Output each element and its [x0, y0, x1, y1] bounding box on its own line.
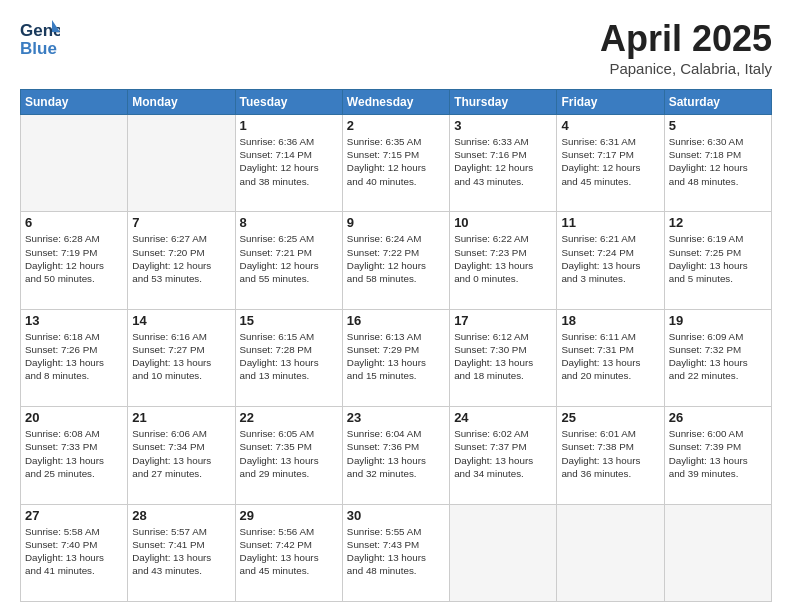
weekday-header-monday: Monday: [128, 90, 235, 115]
day-number: 4: [561, 118, 659, 133]
calendar-cell: 19Sunrise: 6:09 AM Sunset: 7:32 PM Dayli…: [664, 309, 771, 406]
weekday-header-wednesday: Wednesday: [342, 90, 449, 115]
day-info: Sunrise: 5:58 AM Sunset: 7:40 PM Dayligh…: [25, 525, 123, 578]
day-number: 24: [454, 410, 552, 425]
day-number: 28: [132, 508, 230, 523]
calendar-cell: 15Sunrise: 6:15 AM Sunset: 7:28 PM Dayli…: [235, 309, 342, 406]
day-number: 15: [240, 313, 338, 328]
day-number: 10: [454, 215, 552, 230]
calendar-cell: 23Sunrise: 6:04 AM Sunset: 7:36 PM Dayli…: [342, 407, 449, 504]
calendar-cell: 4Sunrise: 6:31 AM Sunset: 7:17 PM Daylig…: [557, 115, 664, 212]
week-row-4: 27Sunrise: 5:58 AM Sunset: 7:40 PM Dayli…: [21, 504, 772, 601]
day-info: Sunrise: 6:01 AM Sunset: 7:38 PM Dayligh…: [561, 427, 659, 480]
day-info: Sunrise: 6:04 AM Sunset: 7:36 PM Dayligh…: [347, 427, 445, 480]
day-info: Sunrise: 6:27 AM Sunset: 7:20 PM Dayligh…: [132, 232, 230, 285]
calendar-cell: 26Sunrise: 6:00 AM Sunset: 7:39 PM Dayli…: [664, 407, 771, 504]
day-info: Sunrise: 6:05 AM Sunset: 7:35 PM Dayligh…: [240, 427, 338, 480]
logo: General Blue: [20, 18, 60, 62]
calendar-cell: 29Sunrise: 5:56 AM Sunset: 7:42 PM Dayli…: [235, 504, 342, 601]
day-number: 2: [347, 118, 445, 133]
calendar-cell: 27Sunrise: 5:58 AM Sunset: 7:40 PM Dayli…: [21, 504, 128, 601]
day-number: 30: [347, 508, 445, 523]
calendar-cell: 18Sunrise: 6:11 AM Sunset: 7:31 PM Dayli…: [557, 309, 664, 406]
weekday-header-row: SundayMondayTuesdayWednesdayThursdayFrid…: [21, 90, 772, 115]
calendar-cell: 5Sunrise: 6:30 AM Sunset: 7:18 PM Daylig…: [664, 115, 771, 212]
calendar-cell: 8Sunrise: 6:25 AM Sunset: 7:21 PM Daylig…: [235, 212, 342, 309]
calendar-cell: 6Sunrise: 6:28 AM Sunset: 7:19 PM Daylig…: [21, 212, 128, 309]
title-block: April 2025 Papanice, Calabria, Italy: [600, 18, 772, 77]
day-info: Sunrise: 6:22 AM Sunset: 7:23 PM Dayligh…: [454, 232, 552, 285]
day-number: 16: [347, 313, 445, 328]
day-number: 13: [25, 313, 123, 328]
day-info: Sunrise: 6:06 AM Sunset: 7:34 PM Dayligh…: [132, 427, 230, 480]
calendar-cell: 21Sunrise: 6:06 AM Sunset: 7:34 PM Dayli…: [128, 407, 235, 504]
day-info: Sunrise: 6:30 AM Sunset: 7:18 PM Dayligh…: [669, 135, 767, 188]
calendar-cell: 10Sunrise: 6:22 AM Sunset: 7:23 PM Dayli…: [450, 212, 557, 309]
day-info: Sunrise: 5:56 AM Sunset: 7:42 PM Dayligh…: [240, 525, 338, 578]
day-info: Sunrise: 6:16 AM Sunset: 7:27 PM Dayligh…: [132, 330, 230, 383]
calendar-cell: 3Sunrise: 6:33 AM Sunset: 7:16 PM Daylig…: [450, 115, 557, 212]
day-info: Sunrise: 6:24 AM Sunset: 7:22 PM Dayligh…: [347, 232, 445, 285]
weekday-header-saturday: Saturday: [664, 90, 771, 115]
calendar-table: SundayMondayTuesdayWednesdayThursdayFrid…: [20, 89, 772, 602]
calendar-cell: 13Sunrise: 6:18 AM Sunset: 7:26 PM Dayli…: [21, 309, 128, 406]
day-info: Sunrise: 6:08 AM Sunset: 7:33 PM Dayligh…: [25, 427, 123, 480]
day-number: 17: [454, 313, 552, 328]
calendar-cell: [21, 115, 128, 212]
svg-text:Blue: Blue: [20, 39, 57, 58]
day-number: 26: [669, 410, 767, 425]
day-number: 11: [561, 215, 659, 230]
day-number: 8: [240, 215, 338, 230]
day-info: Sunrise: 6:33 AM Sunset: 7:16 PM Dayligh…: [454, 135, 552, 188]
month-title: April 2025: [600, 18, 772, 60]
calendar-cell: 7Sunrise: 6:27 AM Sunset: 7:20 PM Daylig…: [128, 212, 235, 309]
day-number: 14: [132, 313, 230, 328]
week-row-0: 1Sunrise: 6:36 AM Sunset: 7:14 PM Daylig…: [21, 115, 772, 212]
day-number: 7: [132, 215, 230, 230]
header: General Blue April 2025 Papanice, Calabr…: [20, 18, 772, 77]
calendar-cell: 12Sunrise: 6:19 AM Sunset: 7:25 PM Dayli…: [664, 212, 771, 309]
page: General Blue April 2025 Papanice, Calabr…: [0, 0, 792, 612]
day-number: 18: [561, 313, 659, 328]
calendar-cell: 16Sunrise: 6:13 AM Sunset: 7:29 PM Dayli…: [342, 309, 449, 406]
calendar-cell: 17Sunrise: 6:12 AM Sunset: 7:30 PM Dayli…: [450, 309, 557, 406]
day-number: 25: [561, 410, 659, 425]
weekday-header-friday: Friday: [557, 90, 664, 115]
calendar-cell: [128, 115, 235, 212]
day-info: Sunrise: 6:36 AM Sunset: 7:14 PM Dayligh…: [240, 135, 338, 188]
calendar-cell: 30Sunrise: 5:55 AM Sunset: 7:43 PM Dayli…: [342, 504, 449, 601]
day-number: 9: [347, 215, 445, 230]
week-row-1: 6Sunrise: 6:28 AM Sunset: 7:19 PM Daylig…: [21, 212, 772, 309]
day-info: Sunrise: 6:02 AM Sunset: 7:37 PM Dayligh…: [454, 427, 552, 480]
calendar-cell: [557, 504, 664, 601]
day-number: 20: [25, 410, 123, 425]
logo-svg: General Blue: [20, 18, 60, 62]
day-number: 29: [240, 508, 338, 523]
day-number: 19: [669, 313, 767, 328]
day-number: 1: [240, 118, 338, 133]
calendar-cell: 28Sunrise: 5:57 AM Sunset: 7:41 PM Dayli…: [128, 504, 235, 601]
weekday-header-thursday: Thursday: [450, 90, 557, 115]
day-info: Sunrise: 6:19 AM Sunset: 7:25 PM Dayligh…: [669, 232, 767, 285]
day-number: 12: [669, 215, 767, 230]
week-row-2: 13Sunrise: 6:18 AM Sunset: 7:26 PM Dayli…: [21, 309, 772, 406]
day-info: Sunrise: 6:25 AM Sunset: 7:21 PM Dayligh…: [240, 232, 338, 285]
week-row-3: 20Sunrise: 6:08 AM Sunset: 7:33 PM Dayli…: [21, 407, 772, 504]
weekday-header-tuesday: Tuesday: [235, 90, 342, 115]
calendar-cell: 9Sunrise: 6:24 AM Sunset: 7:22 PM Daylig…: [342, 212, 449, 309]
calendar-cell: 24Sunrise: 6:02 AM Sunset: 7:37 PM Dayli…: [450, 407, 557, 504]
day-info: Sunrise: 6:15 AM Sunset: 7:28 PM Dayligh…: [240, 330, 338, 383]
location-title: Papanice, Calabria, Italy: [600, 60, 772, 77]
calendar-cell: 2Sunrise: 6:35 AM Sunset: 7:15 PM Daylig…: [342, 115, 449, 212]
calendar-cell: 11Sunrise: 6:21 AM Sunset: 7:24 PM Dayli…: [557, 212, 664, 309]
calendar-cell: 25Sunrise: 6:01 AM Sunset: 7:38 PM Dayli…: [557, 407, 664, 504]
day-info: Sunrise: 6:18 AM Sunset: 7:26 PM Dayligh…: [25, 330, 123, 383]
day-info: Sunrise: 6:09 AM Sunset: 7:32 PM Dayligh…: [669, 330, 767, 383]
day-info: Sunrise: 6:00 AM Sunset: 7:39 PM Dayligh…: [669, 427, 767, 480]
day-info: Sunrise: 6:35 AM Sunset: 7:15 PM Dayligh…: [347, 135, 445, 188]
day-info: Sunrise: 6:21 AM Sunset: 7:24 PM Dayligh…: [561, 232, 659, 285]
calendar-cell: 14Sunrise: 6:16 AM Sunset: 7:27 PM Dayli…: [128, 309, 235, 406]
day-info: Sunrise: 5:57 AM Sunset: 7:41 PM Dayligh…: [132, 525, 230, 578]
day-info: Sunrise: 6:11 AM Sunset: 7:31 PM Dayligh…: [561, 330, 659, 383]
day-number: 27: [25, 508, 123, 523]
